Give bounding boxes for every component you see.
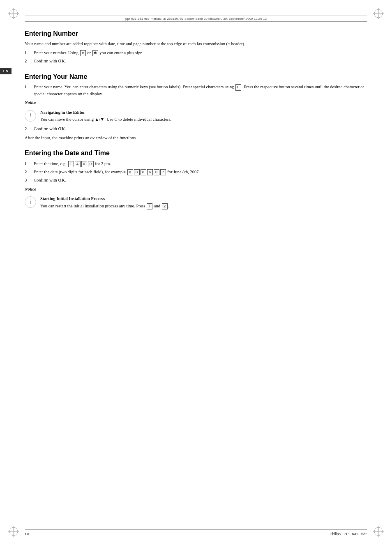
section-title-entering-number: Entering Number (25, 29, 367, 38)
step-2-number: 2 Confirm with OK. (25, 58, 367, 64)
step-num-1-name: 1 (25, 84, 32, 90)
header-bar: ppf-631-631-eco-manual-uk-253120765-b.bo… (25, 16, 367, 22)
section-title-entering-date: Entering the Date and Time (25, 148, 367, 158)
key-4-time: 4 (75, 161, 81, 168)
corner-mark-br (372, 525, 385, 538)
step-1-number: 1 Enter your number. Using # or ✱ you ca… (25, 50, 367, 56)
step-num-1: 1 (25, 50, 32, 56)
step-num-1-date: 1 (25, 161, 32, 167)
notice-block-navigating: i Navigating in the Editor You can move … (25, 109, 367, 122)
key-2-install: 2 (162, 203, 168, 209)
step-content-1-name: Enter your name. You can enter character… (34, 84, 367, 97)
step-2-name: 2 Confirm with OK. (25, 126, 367, 132)
step-num-3-date: 3 (25, 177, 32, 184)
notice-title-navigating: Navigating in the Editor (40, 109, 367, 115)
header-text: ppf-631-631-eco-manual-uk-253120765-b.bo… (125, 17, 267, 21)
entering-date-steps: 1 Enter the time, e.g. 1400 for 2 pm. 2 … (25, 161, 367, 184)
notice-label-2: Notice (25, 186, 367, 192)
entering-number-intro: Your name and number are added together … (25, 41, 367, 47)
step-content-3-date: Confirm with OK. (34, 177, 367, 184)
key-hash: # (80, 50, 86, 57)
ok-label-2: OK (58, 126, 65, 131)
step-num-2-name: 2 (25, 126, 32, 132)
ok-label-3: OK (58, 178, 65, 182)
key-0-name: 0 (235, 84, 241, 91)
key-0-d3: 0 (154, 169, 159, 176)
key-star: ✱ (92, 50, 98, 57)
main-content: Entering Number Your name and number are… (25, 29, 367, 520)
key-6-d2: 6 (147, 169, 153, 176)
step-num-2-date: 2 (25, 169, 32, 175)
page: ppf-631-631-eco-manual-uk-253120765-b.bo… (0, 0, 392, 545)
step-content-2: Confirm with OK. (34, 58, 367, 64)
notice-text-installation: You can restart the initial installation… (40, 203, 367, 209)
key-0a-time: 0 (81, 161, 87, 168)
corner-mark-tr (372, 7, 385, 20)
notice-label-1: Notice (25, 99, 367, 106)
footer-page-num: 10 (25, 532, 29, 536)
key-i-install: i (147, 203, 152, 209)
key-7-d3: 7 (160, 169, 166, 176)
key-0-d1: 0 (127, 169, 133, 176)
key-1-time: 1 (68, 161, 74, 168)
key-0b-time: 0 (88, 161, 94, 168)
key-8-d1: 8 (134, 169, 140, 176)
notice-text-navigating: You can move the cursor using ▲/▼. Use C… (40, 116, 367, 122)
step-1-date: 1 Enter the time, e.g. 1400 for 2 pm. (25, 161, 367, 167)
corner-mark-tl (7, 7, 20, 20)
step-2-date: 2 Enter the date (two digits for each fi… (25, 169, 367, 175)
notice-content-1: Navigating in the Editor You can move th… (40, 109, 367, 122)
step-3-date: 3 Confirm with OK. (25, 177, 367, 184)
notice-block-installation: i Starting Initial Installation Process … (25, 195, 367, 209)
en-badge: EN (0, 68, 12, 74)
key-0-d2: 0 (141, 169, 146, 176)
step-num-2: 2 (25, 58, 32, 64)
notice-icon-2: i (25, 196, 36, 208)
notice-title-installation: Starting Initial Installation Process (40, 195, 367, 202)
entering-name-steps2: 2 Confirm with OK. (25, 126, 367, 132)
step-content-2-name: Confirm with OK. (34, 126, 367, 132)
step-content-1: Enter your number. Using # or ✱ you can … (34, 50, 367, 56)
step-content-2-date: Enter the date (two digits for each fiel… (34, 169, 367, 175)
entering-name-after: After the input, the machine prints an o… (25, 135, 367, 141)
corner-mark-bl (7, 525, 20, 538)
section-title-entering-name: Entering Your Name (25, 72, 367, 81)
entering-name-steps: 1 Enter your name. You can enter charact… (25, 84, 367, 97)
notice-content-2: Starting Initial Installation Process Yo… (40, 195, 367, 209)
step-content-1-date: Enter the time, e.g. 1400 for 2 pm. (34, 161, 367, 167)
footer-brand: Philips · PPF 631 · 632 (330, 532, 367, 536)
footer: 10 Philips · PPF 631 · 632 (25, 529, 367, 536)
entering-number-steps: 1 Enter your number. Using # or ✱ you ca… (25, 50, 367, 64)
step-1-name: 1 Enter your name. You can enter charact… (25, 84, 367, 97)
notice-icon-1: i (25, 110, 36, 122)
ok-label-1: OK (58, 59, 65, 63)
